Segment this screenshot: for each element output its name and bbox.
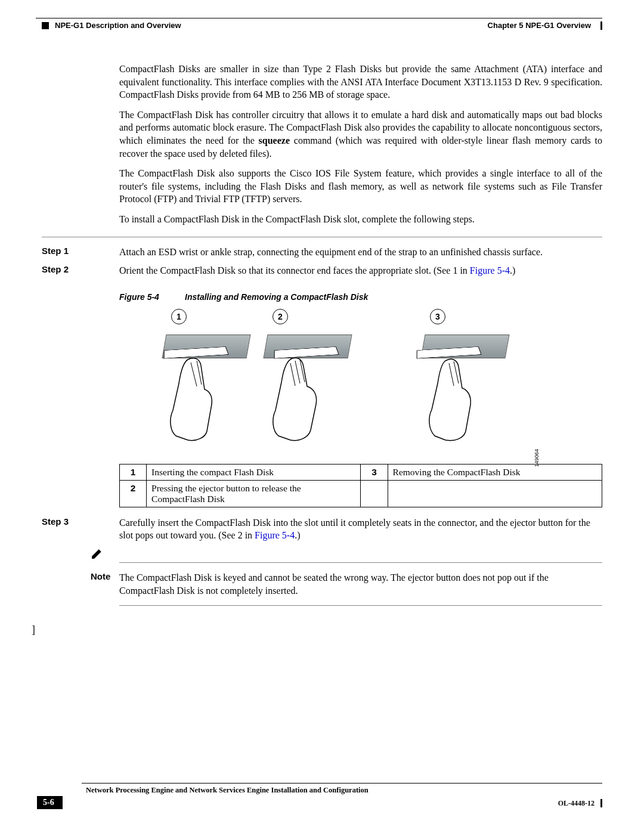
legend-3-text: Removing the CompactFlash Disk (388, 464, 602, 480)
figure-id: 149064 (534, 449, 540, 467)
figure-5-4: 1 2 (152, 309, 534, 449)
header-chapter: Chapter 5 NPE-G1 Overview (488, 21, 591, 30)
figure-5-4-link-2[interactable]: Figure 5-4 (255, 530, 295, 540)
legend-1-num: 1 (120, 464, 147, 480)
note-label: Note (91, 571, 119, 597)
panel-1-drawing (152, 330, 259, 437)
legend-3-num: 3 (361, 464, 388, 480)
step-1-text: Attach an ESD wrist or ankle strap, conn… (119, 246, 602, 259)
legend-empty-text (388, 480, 602, 507)
figure-caption-row: Figure 5-4 Installing and Removing a Com… (119, 292, 602, 302)
step-1-row: Step 1 Attach an ESD wrist or ankle stra… (119, 246, 602, 259)
step-3-row: Step 3 Carefully insert the CompactFlash… (119, 516, 602, 542)
legend-empty-num (361, 480, 388, 507)
legend-2-num: 2 (120, 480, 147, 507)
figure-label: Figure 5-4 (119, 292, 185, 302)
hand-icon (265, 354, 337, 443)
legend-1-text: Inserting the compact Flash Disk (147, 464, 361, 480)
hand-icon (164, 354, 236, 443)
footer-bar-icon (600, 799, 602, 807)
panel-3-drawing (411, 330, 518, 437)
header-bar-icon (600, 21, 602, 30)
panel-2-drawing (253, 330, 361, 437)
note-rule-top (119, 562, 602, 563)
body-content: CompactFlash Disks are smaller in size t… (119, 63, 602, 606)
paragraph-4: To install a CompactFlash Disk in the Co… (119, 213, 602, 226)
header-rule (36, 18, 602, 18)
footer-title: Network Processing Engine and Network Se… (86, 786, 602, 795)
table-row: 1 Inserting the compact Flash Disk 3 Rem… (120, 464, 602, 480)
note-block: Note The CompactFlash Disk is keyed and … (119, 548, 602, 606)
table-row: 2 Pressing the ejector button to release… (120, 480, 602, 507)
panel-1-num: 1 (171, 309, 187, 324)
note-text: The CompactFlash Disk is keyed and canno… (119, 571, 602, 597)
step-2-text-b: .) (510, 265, 515, 275)
squeeze-command: squeeze (259, 135, 290, 145)
header-marker-icon (42, 22, 49, 29)
note-rule-bottom (119, 605, 602, 606)
footer-doc-id: OL-4448-12 (558, 799, 595, 807)
step-1-label: Step 1 (42, 246, 119, 259)
paragraph-2: The CompactFlash Disk has controller cir… (119, 109, 602, 160)
figure-panel-2: 2 (253, 309, 373, 449)
stray-bracket: ] (32, 624, 35, 636)
figure-5-4-link[interactable]: Figure 5-4 (470, 265, 510, 275)
panel-3-num: 3 (430, 309, 445, 324)
footer-rule (82, 783, 602, 784)
step-2-label: Step 2 (42, 264, 119, 277)
step-2-row: Step 2 Orient the CompactFlash Disk so t… (119, 264, 602, 277)
page-footer: Network Processing Engine and Network Se… (37, 783, 602, 809)
panel-2-num: 2 (273, 309, 288, 324)
step-2-text: Orient the CompactFlash Disk so that its… (119, 264, 602, 277)
legend-table: 1 Inserting the compact Flash Disk 3 Rem… (119, 464, 602, 507)
step-3-text-b: .) (295, 530, 300, 540)
header-section: NPE-G1 Description and Overview (55, 21, 181, 30)
legend-2-text: Pressing the ejector button to release t… (147, 480, 361, 507)
step-3-text: Carefully insert the CompactFlash Disk i… (119, 516, 602, 542)
step-2-text-a: Orient the CompactFlash Disk so that its… (119, 265, 470, 275)
step-3-label: Step 3 (42, 516, 119, 542)
divider (42, 237, 602, 237)
note-pencil-icon (91, 548, 602, 561)
paragraph-3: The CompactFlash Disk also supports the … (119, 167, 602, 206)
paragraph-1: CompactFlash Disks are smaller in size t… (119, 63, 602, 101)
footer-page-number: 5-6 (37, 796, 63, 809)
hand-icon (423, 354, 494, 443)
page-header: NPE-G1 Description and Overview Chapter … (42, 21, 602, 30)
figure-panel-3: 3 (411, 309, 530, 449)
figure-caption: Installing and Removing a CompactFlash D… (185, 292, 368, 302)
step-3-text-a: Carefully insert the CompactFlash Disk i… (119, 518, 590, 541)
